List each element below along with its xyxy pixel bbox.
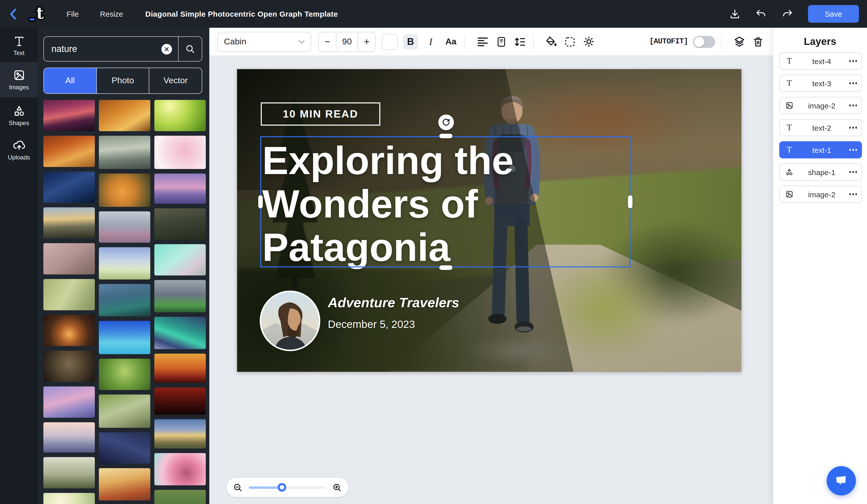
rotate-handle[interactable] bbox=[438, 115, 454, 130]
clear-search-icon[interactable] bbox=[161, 44, 172, 54]
resize-menu[interactable]: Resize bbox=[100, 10, 123, 18]
thumbnail-alpine-stone-path[interactable] bbox=[99, 211, 150, 243]
rail-item-text[interactable]: Text bbox=[0, 30, 38, 62]
layer-row-text-2[interactable]: T text-2 bbox=[779, 119, 862, 136]
file-menu[interactable]: File bbox=[67, 10, 79, 18]
thumbnail-foggy-railway[interactable] bbox=[43, 457, 95, 489]
undo-icon[interactable] bbox=[756, 8, 767, 19]
save-button[interactable]: Save bbox=[808, 5, 859, 23]
font-size-value[interactable]: 90 bbox=[336, 33, 358, 51]
thumbnail-lake-cabin[interactable] bbox=[99, 284, 150, 316]
read-time-badge[interactable]: 10 MIN READ bbox=[261, 103, 380, 126]
thumbnail-sunlit-meadow[interactable] bbox=[154, 100, 206, 131]
resize-handle-left[interactable] bbox=[258, 195, 263, 208]
rail-item-shapes[interactable]: Shapes bbox=[0, 99, 38, 132]
thumbnail-crimson-dusk[interactable] bbox=[154, 387, 206, 415]
thumbnail-autumn-red-forest[interactable] bbox=[43, 136, 95, 167]
thumbnail-pink-daisy[interactable] bbox=[154, 453, 206, 485]
resize-handle-bottom[interactable] bbox=[439, 265, 452, 270]
trash-icon[interactable] bbox=[751, 34, 765, 49]
layer-row-shape-1[interactable]: shape-1 bbox=[779, 163, 862, 181]
thumbnail-milky-way-lake[interactable] bbox=[99, 432, 150, 464]
brightness-icon[interactable] bbox=[581, 34, 596, 49]
redo-icon[interactable] bbox=[782, 8, 793, 19]
layer-row-text-1-selected[interactable]: T text-1 bbox=[779, 141, 862, 158]
thumbnail-flying-bird[interactable] bbox=[43, 243, 95, 275]
thumbnail-blue-butterfly-forest[interactable] bbox=[43, 172, 95, 203]
post-date[interactable]: December 5, 2023 bbox=[328, 318, 415, 331]
thumbnail-tree-sunset[interactable] bbox=[43, 100, 95, 131]
thumbnail-tree-canopy[interactable] bbox=[99, 359, 150, 390]
thumbnail-mountain-illustration[interactable] bbox=[43, 422, 95, 452]
text-position-icon[interactable] bbox=[494, 34, 509, 49]
thumbnail-autumn-trail[interactable] bbox=[99, 100, 150, 131]
tab-photo[interactable]: Photo bbox=[96, 68, 149, 93]
text-case-button[interactable]: Aa bbox=[443, 34, 459, 49]
selection-box[interactable] bbox=[260, 136, 630, 267]
back-button[interactable] bbox=[8, 8, 18, 20]
resize-handle-right[interactable] bbox=[628, 195, 632, 208]
thumbnail-owl-eyes[interactable] bbox=[43, 351, 95, 382]
layer-row-image-2[interactable]: image-2 bbox=[779, 97, 862, 114]
thumbnail-storm-tree[interactable] bbox=[154, 280, 206, 312]
thumbnail-tropical-island[interactable] bbox=[99, 321, 150, 354]
thumbnail-dark-lake-island[interactable] bbox=[154, 208, 206, 240]
chat-button[interactable] bbox=[827, 466, 856, 495]
font-select[interactable]: Cabin bbox=[217, 32, 311, 52]
increase-font-button[interactable]: + bbox=[358, 36, 375, 47]
thumbnail-aurora[interactable] bbox=[154, 317, 206, 349]
thumbnail-poppy-sunset[interactable] bbox=[99, 468, 150, 501]
search-input[interactable]: nature bbox=[44, 44, 161, 54]
layer-menu-icon[interactable] bbox=[849, 83, 857, 84]
align-text-icon[interactable] bbox=[475, 34, 490, 49]
line-spacing-icon[interactable] bbox=[513, 34, 527, 49]
author-avatar[interactable] bbox=[260, 291, 320, 351]
layer-menu-icon[interactable] bbox=[849, 171, 857, 173]
decrease-font-button[interactable]: − bbox=[319, 36, 336, 47]
thumbnail-garden-bridge[interactable] bbox=[99, 395, 150, 428]
thumbnail-sunset-birds[interactable] bbox=[154, 354, 206, 383]
layer-menu-icon[interactable] bbox=[849, 105, 857, 106]
thumbnail-boat-dawn[interactable] bbox=[43, 386, 95, 418]
search-box[interactable]: nature bbox=[43, 36, 202, 62]
author-name[interactable]: Adventure Travelers bbox=[328, 295, 459, 311]
thumbnail-rays-over-hills[interactable] bbox=[154, 419, 206, 449]
resize-handle-top[interactable] bbox=[439, 134, 452, 138]
app-logo[interactable]: t bbox=[28, 4, 45, 23]
text-color-swatch[interactable] bbox=[382, 34, 398, 50]
thumbnail-cherry-blossom[interactable] bbox=[154, 136, 206, 169]
thumbnail-orange-globeflowers[interactable] bbox=[99, 173, 150, 207]
layer-row-image-2b[interactable]: image-2 bbox=[779, 186, 862, 203]
thumbnail-lone-tree-lake[interactable] bbox=[154, 173, 206, 204]
layers-icon[interactable] bbox=[732, 34, 747, 49]
layer-menu-icon[interactable] bbox=[849, 127, 857, 129]
layer-menu-icon[interactable] bbox=[849, 149, 857, 151]
search-icon[interactable] bbox=[179, 44, 202, 54]
thumbnail-glowing-forest[interactable] bbox=[43, 315, 95, 346]
layer-menu-icon[interactable] bbox=[849, 60, 857, 62]
layer-row-text-3[interactable]: T text-3 bbox=[779, 75, 862, 92]
bold-button[interactable]: B bbox=[403, 34, 418, 49]
zoom-in-icon[interactable] bbox=[332, 483, 342, 492]
zoom-out-icon[interactable] bbox=[233, 483, 243, 492]
design-canvas[interactable]: 10 MIN READ Exploring the Wonders of Pat… bbox=[237, 69, 741, 372]
thumbnail-girl-meadow[interactable] bbox=[43, 493, 95, 504]
autofit-toggle[interactable] bbox=[693, 35, 715, 48]
selection-marquee-icon[interactable] bbox=[563, 34, 577, 49]
rail-item-images[interactable]: Images bbox=[0, 62, 38, 97]
download-icon[interactable] bbox=[729, 8, 740, 19]
tab-vector[interactable]: Vector bbox=[149, 68, 202, 93]
fill-color-icon[interactable] bbox=[544, 34, 558, 49]
thumbnail-birch-forest[interactable] bbox=[43, 279, 95, 310]
thumbnail-butterfly-meadow[interactable] bbox=[99, 247, 150, 279]
zoom-slider-thumb[interactable] bbox=[278, 483, 286, 492]
layer-menu-icon[interactable] bbox=[849, 193, 857, 195]
thumbnail-fjord-sunset[interactable] bbox=[43, 207, 95, 239]
thumbnail-avenue-of-trees[interactable] bbox=[154, 490, 206, 504]
italic-button[interactable]: I bbox=[423, 34, 438, 49]
thumbnail-dewdrop-plant[interactable] bbox=[154, 244, 206, 276]
rail-item-uploads[interactable]: Uploads bbox=[0, 134, 38, 166]
tab-all[interactable]: All bbox=[44, 68, 96, 93]
layer-row-text-4[interactable]: T text-4 bbox=[779, 53, 862, 69]
zoom-slider[interactable] bbox=[249, 486, 326, 489]
